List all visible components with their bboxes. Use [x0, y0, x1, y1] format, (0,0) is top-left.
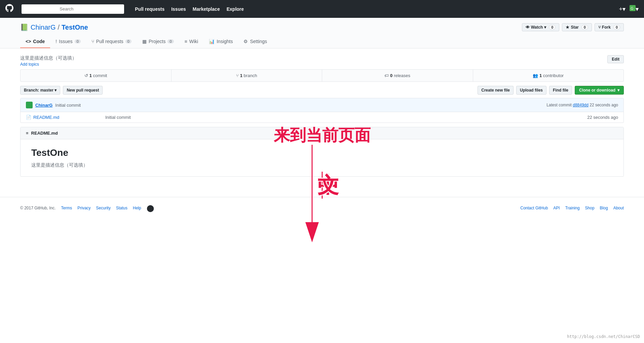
- nav-links: Pull requests Issues Marketplace Explore: [135, 6, 244, 12]
- file-time: 22 seconds ago: [587, 115, 618, 120]
- topnav: This repository Pull requests Issues Mar…: [0, 0, 644, 18]
- description-text: 这里是描述信息（可选填）: [20, 55, 77, 61]
- footer-api-link[interactable]: API: [553, 206, 560, 210]
- repo-title-row: 📗 ChinarG / TestOne 👁 Watch▾ 0 ★ Star 0 …: [20, 23, 624, 35]
- latest-commit-row: ChinarG Initial commit Latest commit d88…: [21, 98, 623, 112]
- footer-copyright: © 2017 GitHub, Inc.: [20, 206, 56, 210]
- clone-or-download-button[interactable]: Clone or download ▾: [575, 86, 624, 95]
- action-left: Branch: master ▾ New pull request: [20, 86, 103, 95]
- breadcrumb-sep: /: [58, 24, 60, 31]
- commit-hash-link[interactable]: d8849dd: [573, 103, 589, 107]
- search-box[interactable]: This repository: [22, 4, 124, 14]
- footer-help-link[interactable]: Help: [133, 206, 141, 210]
- user-avatar-button[interactable]: G ▾: [630, 5, 639, 13]
- commit-author-link[interactable]: ChinarG: [35, 103, 52, 108]
- github-logo-icon[interactable]: [5, 4, 13, 14]
- file-commit-message: Initial commit: [100, 115, 587, 120]
- fork-button[interactable]: ⑂ Fork 0: [595, 23, 624, 31]
- readme-header: ≡ README.md: [21, 127, 623, 139]
- branch-icon: ⑂: [236, 73, 239, 78]
- watch-button[interactable]: 👁 Watch▾ 0: [522, 23, 560, 31]
- explore-link[interactable]: Explore: [227, 6, 244, 12]
- main-content: 这里是描述信息（可选填） Add topics Edit ↺ 1 commit …: [0, 48, 644, 183]
- footer-github-logo-icon: ⬤: [147, 204, 154, 212]
- contributors-icon: 👥: [533, 73, 538, 78]
- commit-icon: ↺: [84, 73, 88, 78]
- footer-terms-link[interactable]: Terms: [61, 206, 72, 210]
- wiki-icon: ≡: [185, 39, 187, 44]
- this-repository-tab[interactable]: This repository: [22, 4, 57, 14]
- release-icon: 🏷: [384, 73, 389, 78]
- footer-blog-link[interactable]: Blog: [600, 206, 608, 210]
- tab-code[interactable]: <> Code: [20, 35, 50, 48]
- settings-icon: ⚙: [243, 39, 248, 44]
- commit-info-right: Latest commit d8849dd 22 seconds ago: [546, 103, 618, 107]
- repo-breadcrumb: 📗 ChinarG / TestOne: [20, 23, 88, 31]
- fork-icon: ⑂: [598, 25, 601, 30]
- issue-icon: !: [55, 39, 57, 44]
- branches-stat[interactable]: ⑂ 1 branch: [172, 70, 323, 81]
- footer-privacy-link[interactable]: Privacy: [77, 206, 90, 210]
- pr-icon: ⑂: [91, 39, 94, 44]
- star-icon: ★: [566, 25, 569, 30]
- action-right: Create new file Upload files Find file C…: [478, 86, 624, 95]
- latest-commit-label: Latest commit: [546, 103, 572, 107]
- create-new-file-button[interactable]: Create new file: [478, 86, 514, 95]
- commit-message: Initial commit: [55, 103, 81, 108]
- star-button[interactable]: ★ Star 0: [562, 23, 592, 31]
- footer: © 2017 GitHub, Inc. Terms Privacy Securi…: [0, 197, 644, 219]
- svg-text:G: G: [631, 7, 633, 10]
- readme-description: 这里是描述信息（可选填）: [31, 162, 613, 168]
- plus-button[interactable]: +▾: [619, 5, 626, 13]
- description-row: 这里是描述信息（可选填） Add topics Edit: [20, 55, 624, 67]
- repo-name-link[interactable]: TestOne: [62, 24, 88, 31]
- eye-icon: 👁: [526, 25, 530, 30]
- readme-icon: ≡: [26, 131, 29, 136]
- action-row: Branch: master ▾ New pull request Create…: [20, 86, 624, 95]
- tab-pull-requests[interactable]: ⑂ Pull requests 0: [86, 35, 137, 48]
- repo-owner-link[interactable]: ChinarG: [31, 24, 55, 31]
- add-topics-link[interactable]: Add topics: [20, 62, 39, 67]
- repo-book-icon: 📗: [20, 23, 29, 31]
- commit-author-avatar: [26, 102, 33, 108]
- file-icon: 📄: [26, 115, 31, 120]
- readme-body: TestOne 这里是描述信息（可选填）: [21, 139, 623, 176]
- tab-projects[interactable]: ▦ Projects 0: [137, 35, 179, 48]
- footer-right: Contact GitHub API Training Shop Blog Ab…: [520, 206, 624, 210]
- footer-left: © 2017 GitHub, Inc. Terms Privacy Securi…: [20, 204, 154, 212]
- repo-header: 📗 ChinarG / TestOne 👁 Watch▾ 0 ★ Star 0 …: [0, 18, 644, 48]
- footer-shop-link[interactable]: Shop: [585, 206, 595, 210]
- contributors-stat[interactable]: 👥 1 contributor: [473, 70, 624, 81]
- marketplace-link[interactable]: Marketplace: [193, 6, 220, 12]
- search-input[interactable]: [57, 6, 124, 11]
- pull-requests-link[interactable]: Pull requests: [135, 6, 164, 12]
- readme-box: ≡ README.md TestOne 这里是描述信息（可选填）: [20, 127, 624, 177]
- description-block: 这里是描述信息（可选填） Add topics: [20, 55, 77, 67]
- commit-info-left: ChinarG Initial commit: [26, 102, 81, 108]
- repo-tabs: <> Code ! Issues 0 ⑂ Pull requests 0 ▦ P…: [20, 35, 624, 48]
- issues-link[interactable]: Issues: [171, 6, 186, 12]
- footer-about-link[interactable]: About: [613, 206, 624, 210]
- tab-issues[interactable]: ! Issues 0: [50, 35, 86, 48]
- releases-stat[interactable]: 🏷 0 releases: [322, 70, 473, 81]
- repo-action-buttons: 👁 Watch▾ 0 ★ Star 0 ⑂ Fork 0: [522, 23, 624, 31]
- file-link[interactable]: 📄 README.md: [26, 115, 100, 120]
- edit-button[interactable]: Edit: [607, 55, 624, 63]
- branch-selector[interactable]: Branch: master ▾: [20, 86, 60, 95]
- upload-files-button[interactable]: Upload files: [516, 86, 546, 95]
- topnav-right: +▾ G ▾: [619, 5, 639, 13]
- new-pull-request-button[interactable]: New pull request: [63, 86, 103, 95]
- footer-training-link[interactable]: Training: [565, 206, 580, 210]
- stats-bar: ↺ 1 commit ⑂ 1 branch 🏷 0 releases 👥 1 c…: [20, 69, 624, 82]
- footer-status-link[interactable]: Status: [116, 206, 127, 210]
- tab-settings[interactable]: ⚙ Settings: [238, 35, 272, 48]
- footer-contact-link[interactable]: Contact GitHub: [520, 206, 548, 210]
- commits-stat[interactable]: ↺ 1 commit: [21, 70, 172, 81]
- commit-time: 22 seconds ago: [590, 103, 618, 107]
- readme-title: TestOne: [31, 147, 613, 158]
- tab-insights[interactable]: 📊 Insights: [203, 35, 238, 48]
- tab-wiki[interactable]: ≡ Wiki: [179, 35, 204, 48]
- find-file-button[interactable]: Find file: [549, 86, 572, 95]
- footer-security-link[interactable]: Security: [96, 206, 111, 210]
- projects-icon: ▦: [142, 39, 147, 44]
